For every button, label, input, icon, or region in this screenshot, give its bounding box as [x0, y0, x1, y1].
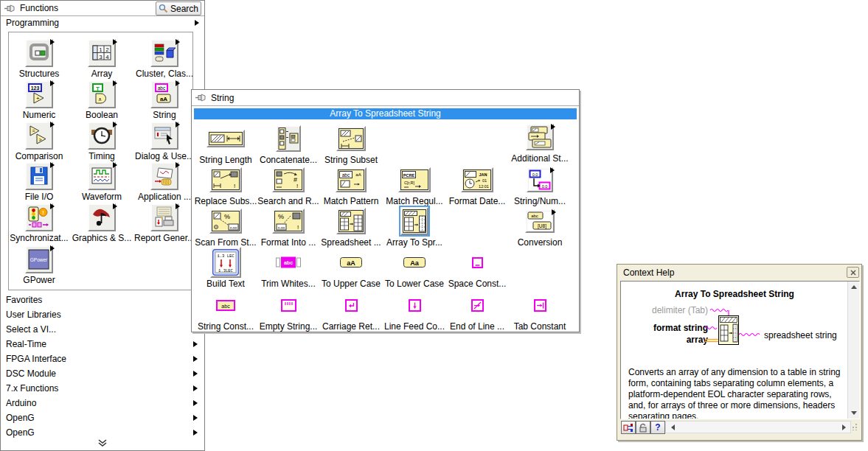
- pin-icon[interactable]: [195, 93, 206, 102]
- item-format-date-time[interactable]: JAN 01 12:01 Format Date...: [447, 165, 507, 206]
- item-end-of-line-constant[interactable]: End of Line ...: [447, 290, 507, 332]
- to-upper-case-icon: aA: [340, 257, 362, 268]
- item-carriage-return-constant[interactable]: Carriage Ret...: [321, 290, 381, 332]
- functions-palette-window: Functions Search Programming: [0, 0, 205, 451]
- subpalette-arrow-icon: [50, 39, 55, 45]
- svg-text:JAN: JAN: [479, 172, 487, 177]
- item-string-subset[interactable]: String Subset: [321, 124, 381, 165]
- scroll-up-button[interactable]: [848, 282, 860, 293]
- sidebar-item-openg-2[interactable]: OpenG: [1, 425, 204, 440]
- palette-item-synchronization[interactable]: ! Synchronizat...: [9, 203, 69, 243]
- item-match-regular-expression[interactable]: PCRE C[r,R] Match Regul...: [384, 165, 445, 206]
- sidebar-item-real-time[interactable]: Real-Time: [1, 337, 204, 352]
- item-to-lower-case[interactable]: Aa To Lower Case: [384, 248, 445, 289]
- palette-item-graphics-sound[interactable]: Graphics & S...: [72, 203, 132, 243]
- item-array-to-spreadsheet-string[interactable]: Array To Spr...: [384, 206, 445, 248]
- sidebar-item-7x-functions[interactable]: 7.x Functions: [1, 381, 204, 396]
- pin-icon[interactable]: [4, 4, 15, 13]
- sidebar-item-dsc-module[interactable]: DSC Module: [1, 366, 204, 381]
- help-heading: Array To Spreadsheet String: [621, 289, 848, 299]
- palette-item-gpower[interactable]: GPower GPower: [9, 245, 69, 285]
- item-trim-whitespace[interactable]: abc Trim Whites...: [258, 248, 319, 289]
- subpalette-arrow-icon: [113, 203, 117, 209]
- sidebar-item-user-libraries[interactable]: User Libraries: [1, 307, 204, 322]
- chevron-right-icon: [193, 385, 198, 391]
- scroll-left-button[interactable]: [667, 422, 678, 432]
- item-format-into-string[interactable]: % n.nn ! Format Into ...: [258, 206, 319, 248]
- subpalette-arrow-icon: [176, 122, 180, 127]
- category-programming[interactable]: Programming: [1, 17, 204, 29]
- palette-item-cluster[interactable]: Cluster, Clas...: [134, 39, 195, 79]
- close-button[interactable]: [847, 267, 859, 278]
- palette-item-numeric[interactable]: 123 + Numeric: [9, 80, 69, 120]
- chevron-right-icon: [193, 356, 198, 362]
- search-replace-icon: # !: [274, 169, 302, 190]
- lock-icon: [639, 423, 647, 433]
- line-feed-constant-icon: [409, 299, 421, 312]
- item-build-text[interactable]: 1.3 LEC 1.3LEC Build Text: [195, 248, 256, 289]
- resize-grip-icon[interactable]: [850, 423, 858, 430]
- svg-text:∧: ∧: [98, 97, 102, 102]
- palette-item-boolean[interactable]: T ∧ Boolean: [72, 80, 132, 120]
- palette-item-timing[interactable]: Timing: [72, 122, 132, 161]
- svg-text:abc: abc: [531, 214, 538, 218]
- sidebar-item-select-a-vi[interactable]: Select a VI...: [1, 322, 204, 337]
- output-spreadsheet-string-label: spreadsheet string: [764, 330, 837, 340]
- item-string-number-conversion[interactable]: 0.0 0.0 String/Num...: [510, 165, 570, 206]
- chevron-right-icon: [193, 371, 198, 377]
- scroll-right-button[interactable]: [839, 422, 849, 432]
- palette-item-string[interactable]: abc aA String: [134, 80, 195, 120]
- item-string-constant[interactable]: abc String Const...: [195, 290, 256, 332]
- structures-icon: [27, 41, 51, 65]
- vertical-scrollbar[interactable]: [847, 282, 859, 419]
- item-to-upper-case[interactable]: aA To Upper Case: [321, 248, 381, 289]
- item-string-length[interactable]: String Length: [195, 124, 256, 165]
- item-match-pattern[interactable]: abc aA Match Pattern: [321, 165, 381, 206]
- conversion-icon: abc [U8]: [527, 211, 552, 231]
- item-concatenate-strings[interactable]: Concatenate...: [258, 124, 319, 165]
- palette-item-array[interactable]: 1 2 3 4 Array: [72, 39, 132, 79]
- palette-item-application-control[interactable]: Application ...: [134, 162, 195, 202]
- palette-item-dialog-user[interactable]: Dialog & Use...: [134, 122, 195, 161]
- string-length-icon: [209, 132, 243, 145]
- palette-item-waveform[interactable]: Waveform: [72, 162, 132, 202]
- item-additional-string[interactable]: Additional St...: [510, 122, 570, 164]
- sidebar-item-openg-1[interactable]: OpenG: [1, 410, 204, 425]
- subpalette-arrow-icon: [550, 167, 555, 173]
- search-button[interactable]: Search: [156, 1, 201, 15]
- palette-item-structures[interactable]: Structures: [9, 39, 69, 79]
- trim-whitespace-icon: abc: [276, 256, 301, 268]
- horizontal-scrollbar[interactable]: [665, 421, 851, 433]
- item-empty-string-constant[interactable]: Empty String...: [258, 290, 319, 332]
- palette-item-comparison[interactable]: = > Comparison: [9, 122, 69, 161]
- item-scan-from-string[interactable]: % n.nn Scan From St...: [195, 206, 256, 248]
- item-replace-substring[interactable]: ! Replace Subs...: [195, 165, 256, 206]
- item-line-feed-constant[interactable]: Line Feed Co...: [384, 290, 445, 332]
- scroll-down-button[interactable]: [848, 408, 860, 419]
- palette-item-file-io[interactable]: File I/O: [9, 162, 69, 202]
- subpalette-arrow-icon: [113, 39, 117, 45]
- show-optional-terminals-button[interactable]: [621, 421, 636, 434]
- item-search-and-replace[interactable]: # ! Search and R...: [258, 165, 319, 206]
- subpalette-arrow-icon: [176, 39, 180, 45]
- subpalette-arrow-icon: [50, 245, 55, 251]
- svg-text:2: 2: [105, 46, 109, 53]
- report-generation-icon: [153, 206, 176, 229]
- svg-text:%: %: [278, 213, 284, 220]
- sidebar-item-fpga-interface[interactable]: FPGA Interface: [1, 352, 204, 366]
- timing-icon: [90, 124, 114, 147]
- lock-help-button[interactable]: [636, 421, 650, 434]
- wires-graphic: [621, 304, 768, 363]
- sidebar-item-arduino[interactable]: Arduino: [1, 396, 204, 410]
- sidebar-item-favorites[interactable]: Favorites: [1, 293, 204, 307]
- item-spreadsheet-string-to-array[interactable]: Spreadsheet ...: [321, 206, 381, 248]
- arrow-left-icon: [671, 424, 675, 430]
- expand-chevron-icon[interactable]: [97, 439, 108, 447]
- context-help-window: Context Help Array To Spreadsheet String…: [617, 264, 862, 441]
- item-conversion[interactable]: abc [U8] Conversion: [510, 206, 570, 248]
- svg-text:0.0: 0.0: [542, 184, 548, 189]
- palette-item-report-generation[interactable]: Report Gener...: [134, 203, 195, 243]
- item-space-constant[interactable]: Space Const...: [447, 248, 507, 289]
- item-tab-constant[interactable]: Tab Constant: [510, 290, 570, 332]
- detailed-help-button[interactable]: ?: [650, 421, 665, 434]
